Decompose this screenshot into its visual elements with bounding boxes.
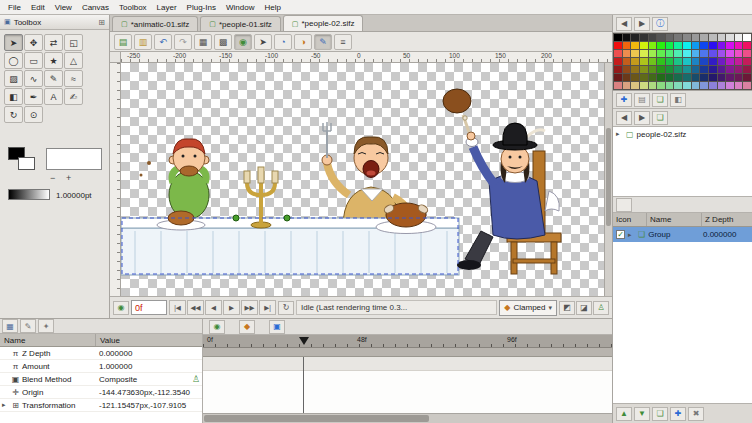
cursor-mode-button[interactable]: ➤ <box>254 34 272 50</box>
keyframes-tab-button[interactable]: ✦ <box>38 319 54 333</box>
palette-swatch[interactable] <box>640 82 648 89</box>
palette-swatch[interactable] <box>623 34 631 41</box>
palette-swatch[interactable] <box>700 66 708 73</box>
seek-begin-button[interactable]: |◀ <box>169 300 186 315</box>
palette-swatch[interactable] <box>640 42 648 49</box>
tool-sketch[interactable]: ✍ <box>64 88 83 105</box>
param-value[interactable]: -121.15457px,-107.9105 <box>96 401 202 410</box>
low-res-button[interactable]: ◔ <box>274 34 292 50</box>
palette-swatch[interactable] <box>692 50 700 57</box>
palette-swatch[interactable] <box>674 74 682 81</box>
palette-swatch[interactable] <box>649 50 657 57</box>
palette-swatch[interactable] <box>666 58 674 65</box>
dock-icon[interactable]: ⊞ <box>98 18 105 27</box>
palette-swatch[interactable] <box>700 42 708 49</box>
palette-swatch[interactable] <box>718 34 726 41</box>
toggle-grid-button[interactable]: ▦ <box>194 34 212 50</box>
tool-smooth-move[interactable]: ✥ <box>24 34 43 51</box>
onion-skin-button[interactable]: ◑ <box>294 34 312 50</box>
palette-swatch[interactable] <box>623 50 631 57</box>
palette-swatch[interactable] <box>631 74 639 81</box>
palette-swatch[interactable] <box>743 42 751 49</box>
palette-swatch[interactable] <box>700 50 708 57</box>
palette-swatch[interactable] <box>735 34 743 41</box>
timetrack-ruler[interactable]: 0f48f96f <box>203 335 612 348</box>
menu-window[interactable]: Window <box>221 2 259 13</box>
palette-swatch[interactable] <box>726 34 734 41</box>
palette-swatch[interactable] <box>709 50 717 57</box>
palette-swatch[interactable] <box>614 74 622 81</box>
palette-swatch[interactable] <box>692 74 700 81</box>
save-palette-button[interactable]: ▤ <box>634 93 650 107</box>
palette-swatch[interactable] <box>666 82 674 89</box>
prev-keyframe-button[interactable]: ◀◀ <box>187 300 204 315</box>
fill-color-swatch[interactable] <box>18 157 35 170</box>
palette-swatch[interactable] <box>692 34 700 41</box>
palette-swatch[interactable] <box>666 50 674 57</box>
prev-frame-button[interactable]: ◀ <box>205 300 222 315</box>
canvas-vscrollbar[interactable] <box>604 63 612 296</box>
loop-button[interactable]: ↻ <box>278 301 294 315</box>
palette-swatch[interactable] <box>666 34 674 41</box>
tool-draw[interactable]: ✎ <box>44 70 63 87</box>
palette-swatch[interactable] <box>649 66 657 73</box>
redo-button[interactable]: ↷ <box>174 34 192 50</box>
interpolation-dropdown[interactable]: ◆ Clamped ▾ <box>499 300 557 316</box>
seek-end-button[interactable]: ▶| <box>259 300 276 315</box>
new-group-button[interactable]: ❏ <box>652 407 668 421</box>
forward-button[interactable]: ▶ <box>634 17 650 31</box>
toolbox-header[interactable]: ▣ Toolbox ⊞ <box>0 15 109 30</box>
tool-fill[interactable]: ◧ <box>4 88 23 105</box>
tool-spline[interactable]: ∿ <box>24 70 43 87</box>
palette-swatch[interactable] <box>718 42 726 49</box>
palette-swatch[interactable] <box>649 42 657 49</box>
palette-swatch[interactable] <box>666 42 674 49</box>
onion-past-button[interactable]: ◩ <box>559 301 575 315</box>
palette-swatch[interactable] <box>743 74 751 81</box>
column-z-depth[interactable]: Z Depth <box>702 213 752 226</box>
palette-swatch[interactable] <box>623 82 631 89</box>
palette-swatch[interactable] <box>657 42 665 49</box>
expander-icon[interactable]: ▸ <box>2 401 9 409</box>
column-name[interactable]: Name <box>0 334 96 346</box>
timetrack-rows[interactable] <box>203 357 612 413</box>
palette-swatch[interactable] <box>623 66 631 73</box>
palette-swatch[interactable] <box>726 42 734 49</box>
param-value[interactable]: -144.473630px,-112.3540 <box>96 388 202 397</box>
palette-swatch[interactable] <box>709 74 717 81</box>
interp-default-button[interactable]: ◆ <box>239 320 255 334</box>
expander-icon[interactable]: ▸ <box>628 231 635 239</box>
palette-swatch[interactable] <box>692 82 700 89</box>
palette-swatch[interactable] <box>735 82 743 89</box>
time-bounds-button[interactable]: ◉ <box>113 301 129 315</box>
param-value[interactable]: Composite <box>96 375 202 384</box>
palette-swatch[interactable] <box>726 82 734 89</box>
edit-mode-button[interactable]: ✎ <box>314 34 332 50</box>
tool-polygon[interactable]: △ <box>64 52 83 69</box>
palette-swatch[interactable] <box>683 42 691 49</box>
palette-swatch[interactable] <box>674 50 682 57</box>
palette-swatch[interactable] <box>631 58 639 65</box>
palette-swatch[interactable] <box>657 34 665 41</box>
palette-swatch[interactable] <box>631 50 639 57</box>
tool-text[interactable]: A <box>44 88 63 105</box>
palette-swatch[interactable] <box>631 34 639 41</box>
param-row[interactable]: ▣Blend MethodComposite♙ <box>0 373 202 386</box>
palette-swatch[interactable] <box>631 66 639 73</box>
palette-swatch[interactable] <box>649 82 657 89</box>
open-folder-button[interactable]: ❏ <box>652 111 668 125</box>
palette-swatch[interactable] <box>683 58 691 65</box>
tool-circle[interactable]: ◯ <box>4 52 23 69</box>
palette-swatch[interactable] <box>726 66 734 73</box>
param-row[interactable]: πAmount1.000000 <box>0 360 202 373</box>
palette-swatch[interactable] <box>649 34 657 41</box>
palette-swatch[interactable] <box>614 66 622 73</box>
time-cursor-handle[interactable] <box>299 337 309 345</box>
palette-swatch[interactable] <box>623 42 631 49</box>
column-icon[interactable]: Icon <box>613 213 647 226</box>
menu-layer[interactable]: Layer <box>152 2 182 13</box>
expander-icon[interactable]: ▸ <box>616 130 623 138</box>
palette-swatch[interactable] <box>614 58 622 65</box>
palette-swatch[interactable] <box>614 42 622 49</box>
palette-swatch[interactable] <box>692 66 700 73</box>
